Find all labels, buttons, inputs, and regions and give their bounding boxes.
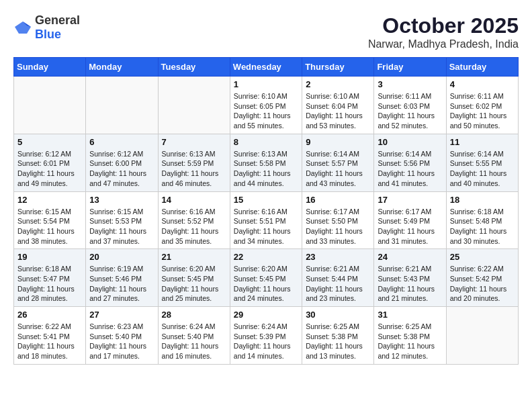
day-info: Sunrise: 6:14 AMSunset: 5:56 PMDaylight:… <box>378 149 442 189</box>
calendar-cell: 29Sunrise: 6:24 AMSunset: 5:39 PMDayligh… <box>230 307 302 365</box>
day-number: 7 <box>162 137 226 147</box>
day-info: Sunrise: 6:16 AMSunset: 5:51 PMDaylight:… <box>234 207 298 246</box>
calendar-header-row: SundayMondayTuesdayWednesdayThursdayFrid… <box>14 58 519 77</box>
header-saturday: Saturday <box>446 58 518 77</box>
day-info: Sunrise: 6:11 AMSunset: 6:02 PMDaylight:… <box>450 91 515 131</box>
day-number: 24 <box>378 252 442 262</box>
day-info: Sunrise: 6:13 AMSunset: 5:58 PMDaylight:… <box>234 149 298 189</box>
calendar-cell: 6Sunrise: 6:12 AMSunset: 6:00 PMDaylight… <box>86 134 158 191</box>
day-info: Sunrise: 6:21 AMSunset: 5:43 PMDaylight:… <box>378 264 442 304</box>
day-number: 8 <box>234 137 298 147</box>
day-number: 23 <box>306 252 370 262</box>
day-number: 2 <box>306 79 370 89</box>
calendar-cell <box>158 77 230 134</box>
day-info: Sunrise: 6:17 AMSunset: 5:49 PMDaylight:… <box>378 207 442 246</box>
day-number: 27 <box>89 310 154 320</box>
day-number: 9 <box>306 137 370 147</box>
page-header: General Blue October 2025 Narwar, Madhya… <box>13 13 519 50</box>
day-info: Sunrise: 6:25 AMSunset: 5:38 PMDaylight:… <box>378 322 442 361</box>
day-info: Sunrise: 6:20 AMSunset: 5:45 PMDaylight:… <box>162 264 226 304</box>
day-info: Sunrise: 6:16 AMSunset: 5:52 PMDaylight:… <box>162 207 226 246</box>
calendar-cell: 22Sunrise: 6:20 AMSunset: 5:45 PMDayligh… <box>230 249 302 307</box>
header-sunday: Sunday <box>14 58 86 77</box>
calendar-cell: 26Sunrise: 6:22 AMSunset: 5:41 PMDayligh… <box>14 307 86 365</box>
day-number: 21 <box>162 252 226 262</box>
calendar-cell: 10Sunrise: 6:14 AMSunset: 5:56 PMDayligh… <box>374 134 446 191</box>
day-info: Sunrise: 6:24 AMSunset: 5:39 PMDaylight:… <box>234 322 298 361</box>
day-number: 19 <box>17 252 82 262</box>
day-number: 31 <box>378 310 442 320</box>
calendar-cell <box>14 77 86 134</box>
day-info: Sunrise: 6:13 AMSunset: 5:59 PMDaylight:… <box>162 149 226 189</box>
calendar-cell: 9Sunrise: 6:14 AMSunset: 5:57 PMDaylight… <box>302 134 374 191</box>
day-info: Sunrise: 6:22 AMSunset: 5:42 PMDaylight:… <box>450 264 515 304</box>
header-wednesday: Wednesday <box>230 58 302 77</box>
calendar-cell: 4Sunrise: 6:11 AMSunset: 6:02 PMDaylight… <box>446 77 518 134</box>
day-number: 28 <box>162 310 226 320</box>
day-info: Sunrise: 6:23 AMSunset: 5:40 PMDaylight:… <box>89 322 154 361</box>
day-number: 6 <box>89 137 154 147</box>
day-info: Sunrise: 6:10 AMSunset: 6:04 PMDaylight:… <box>306 91 370 131</box>
logo-text: General Blue <box>35 13 80 42</box>
day-number: 3 <box>378 79 442 89</box>
month-title: October 2025 <box>368 13 519 38</box>
calendar-week-5: 26Sunrise: 6:22 AMSunset: 5:41 PMDayligh… <box>14 307 519 365</box>
calendar-week-1: 1Sunrise: 6:10 AMSunset: 6:05 PMDaylight… <box>14 77 519 134</box>
day-number: 17 <box>378 195 442 205</box>
calendar-cell: 31Sunrise: 6:25 AMSunset: 5:38 PMDayligh… <box>374 307 446 365</box>
calendar-cell: 12Sunrise: 6:15 AMSunset: 5:54 PMDayligh… <box>14 191 86 249</box>
header-friday: Friday <box>374 58 446 77</box>
calendar-cell: 15Sunrise: 6:16 AMSunset: 5:51 PMDayligh… <box>230 191 302 249</box>
calendar-cell: 1Sunrise: 6:10 AMSunset: 6:05 PMDaylight… <box>230 77 302 134</box>
day-number: 10 <box>378 137 442 147</box>
calendar-week-3: 12Sunrise: 6:15 AMSunset: 5:54 PMDayligh… <box>14 191 519 249</box>
day-number: 1 <box>234 79 298 89</box>
day-info: Sunrise: 6:12 AMSunset: 6:00 PMDaylight:… <box>89 149 154 189</box>
calendar-week-2: 5Sunrise: 6:12 AMSunset: 6:01 PMDaylight… <box>14 134 519 191</box>
title-block: October 2025 Narwar, Madhya Pradesh, Ind… <box>368 13 519 50</box>
calendar-cell: 3Sunrise: 6:11 AMSunset: 6:03 PMDaylight… <box>374 77 446 134</box>
day-number: 29 <box>234 310 298 320</box>
day-info: Sunrise: 6:22 AMSunset: 5:41 PMDaylight:… <box>17 322 82 361</box>
calendar-cell <box>446 307 518 365</box>
calendar-cell: 5Sunrise: 6:12 AMSunset: 6:01 PMDaylight… <box>14 134 86 191</box>
calendar-cell: 24Sunrise: 6:21 AMSunset: 5:43 PMDayligh… <box>374 249 446 307</box>
day-number: 25 <box>450 252 515 262</box>
calendar-cell: 2Sunrise: 6:10 AMSunset: 6:04 PMDaylight… <box>302 77 374 134</box>
logo-icon <box>13 20 32 35</box>
calendar-cell: 20Sunrise: 6:19 AMSunset: 5:46 PMDayligh… <box>86 249 158 307</box>
calendar-cell: 19Sunrise: 6:18 AMSunset: 5:47 PMDayligh… <box>14 249 86 307</box>
day-number: 4 <box>450 79 515 89</box>
day-info: Sunrise: 6:21 AMSunset: 5:44 PMDaylight:… <box>306 264 370 304</box>
calendar-cell: 23Sunrise: 6:21 AMSunset: 5:44 PMDayligh… <box>302 249 374 307</box>
calendar-cell: 13Sunrise: 6:15 AMSunset: 5:53 PMDayligh… <box>86 191 158 249</box>
day-number: 15 <box>234 195 298 205</box>
header-tuesday: Tuesday <box>158 58 230 77</box>
calendar-cell: 18Sunrise: 6:18 AMSunset: 5:48 PMDayligh… <box>446 191 518 249</box>
day-info: Sunrise: 6:11 AMSunset: 6:03 PMDaylight:… <box>378 91 442 131</box>
day-info: Sunrise: 6:10 AMSunset: 6:05 PMDaylight:… <box>234 91 298 131</box>
day-number: 13 <box>89 195 154 205</box>
calendar-cell: 8Sunrise: 6:13 AMSunset: 5:58 PMDaylight… <box>230 134 302 191</box>
day-number: 30 <box>306 310 370 320</box>
day-info: Sunrise: 6:19 AMSunset: 5:46 PMDaylight:… <box>89 264 154 304</box>
calendar-cell <box>86 77 158 134</box>
day-info: Sunrise: 6:14 AMSunset: 5:55 PMDaylight:… <box>450 149 515 189</box>
day-info: Sunrise: 6:15 AMSunset: 5:54 PMDaylight:… <box>17 207 82 246</box>
svg-marker-0 <box>15 21 31 34</box>
calendar-cell: 25Sunrise: 6:22 AMSunset: 5:42 PMDayligh… <box>446 249 518 307</box>
calendar-cell: 16Sunrise: 6:17 AMSunset: 5:50 PMDayligh… <box>302 191 374 249</box>
calendar-week-4: 19Sunrise: 6:18 AMSunset: 5:47 PMDayligh… <box>14 249 519 307</box>
day-info: Sunrise: 6:17 AMSunset: 5:50 PMDaylight:… <box>306 207 370 246</box>
calendar-cell: 11Sunrise: 6:14 AMSunset: 5:55 PMDayligh… <box>446 134 518 191</box>
day-number: 26 <box>17 310 82 320</box>
day-info: Sunrise: 6:12 AMSunset: 6:01 PMDaylight:… <box>17 149 82 189</box>
header-monday: Monday <box>86 58 158 77</box>
day-number: 14 <box>162 195 226 205</box>
logo-blue: Blue <box>35 28 61 41</box>
calendar-cell: 30Sunrise: 6:25 AMSunset: 5:38 PMDayligh… <box>302 307 374 365</box>
calendar-cell: 17Sunrise: 6:17 AMSunset: 5:49 PMDayligh… <box>374 191 446 249</box>
day-number: 22 <box>234 252 298 262</box>
calendar-cell: 14Sunrise: 6:16 AMSunset: 5:52 PMDayligh… <box>158 191 230 249</box>
day-number: 18 <box>450 195 515 205</box>
